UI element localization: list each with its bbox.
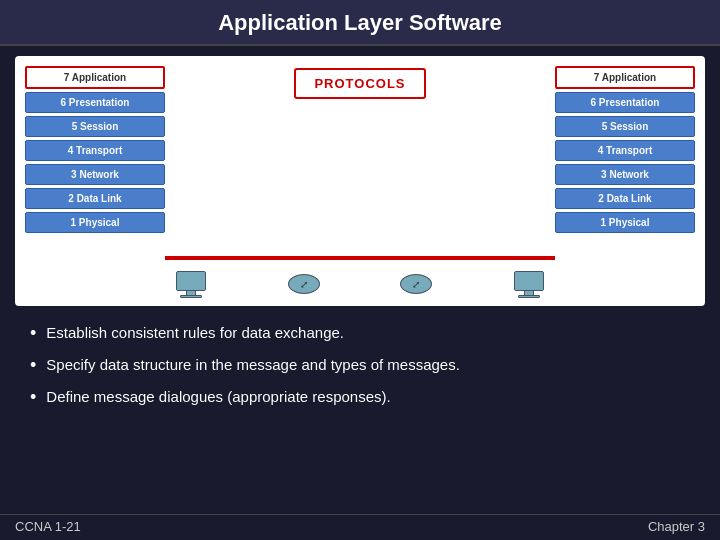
footer: CCNA 1-21 Chapter 3 bbox=[0, 514, 720, 540]
bullet-text-2: Specify data structure in the message an… bbox=[46, 354, 460, 375]
device-left-computer bbox=[173, 270, 209, 298]
bullet-dot-1: • bbox=[30, 321, 36, 346]
bullet-text-3: Define message dialogues (appropriate re… bbox=[46, 386, 390, 407]
right-layer-4: 4 Transport bbox=[555, 140, 695, 161]
bullet-item-1: •Establish consistent rules for data exc… bbox=[30, 322, 690, 346]
right-layer-1: 7 Application bbox=[555, 66, 695, 89]
switch-arrows-left: ⤢ bbox=[300, 279, 308, 290]
right-layer-2: 6 Presentation bbox=[555, 92, 695, 113]
computer-base bbox=[180, 295, 202, 298]
slide-title: Application Layer Software bbox=[0, 0, 720, 46]
left-layer-1: 7 Application bbox=[25, 66, 165, 89]
bullet-item-3: •Define message dialogues (appropriate r… bbox=[30, 386, 690, 410]
device-right-computer bbox=[511, 270, 547, 298]
slide: Application Layer Software 7 Application… bbox=[0, 0, 720, 540]
left-layer-5: 3 Network bbox=[25, 164, 165, 185]
switch-body-left: ⤢ bbox=[288, 274, 320, 294]
left-layer-3: 5 Session bbox=[25, 116, 165, 137]
left-osi-stack: 7 Application6 Presentation5 Session4 Tr… bbox=[25, 66, 165, 298]
footer-left: CCNA 1-21 bbox=[15, 519, 81, 534]
left-layer-4: 4 Transport bbox=[25, 140, 165, 161]
footer-right: Chapter 3 bbox=[648, 519, 705, 534]
computer-body-right bbox=[514, 271, 544, 291]
device-right-switch: ⤢ bbox=[398, 270, 434, 298]
network-line bbox=[165, 256, 555, 260]
right-layer-6: 2 Data Link bbox=[555, 188, 695, 209]
content-area: •Establish consistent rules for data exc… bbox=[0, 314, 720, 514]
switch-arrows-right: ⤢ bbox=[412, 279, 420, 290]
switch-body-right: ⤢ bbox=[400, 274, 432, 294]
computer-base-right bbox=[518, 295, 540, 298]
diagram-area: 7 Application6 Presentation5 Session4 Tr… bbox=[15, 56, 705, 306]
title-text: Application Layer Software bbox=[218, 10, 502, 35]
protocols-box: PROTOCOLS bbox=[294, 68, 425, 99]
bullet-text-1: Establish consistent rules for data exch… bbox=[46, 322, 344, 343]
bullet-item-2: •Specify data structure in the message a… bbox=[30, 354, 690, 378]
right-layer-7: 1 Physical bbox=[555, 212, 695, 233]
device-row: ⤢ ⤢ bbox=[165, 270, 555, 298]
right-layer-3: 5 Session bbox=[555, 116, 695, 137]
bullet-dot-2: • bbox=[30, 353, 36, 378]
left-layer-6: 2 Data Link bbox=[25, 188, 165, 209]
bullet-dot-3: • bbox=[30, 385, 36, 410]
right-osi-stack: 7 Application6 Presentation5 Session4 Tr… bbox=[555, 66, 695, 298]
computer-body bbox=[176, 271, 206, 291]
left-layer-2: 6 Presentation bbox=[25, 92, 165, 113]
device-left-switch: ⤢ bbox=[286, 270, 322, 298]
right-layer-5: 3 Network bbox=[555, 164, 695, 185]
middle-area: PROTOCOLS ⤢ bbox=[165, 66, 555, 298]
left-layer-7: 1 Physical bbox=[25, 212, 165, 233]
